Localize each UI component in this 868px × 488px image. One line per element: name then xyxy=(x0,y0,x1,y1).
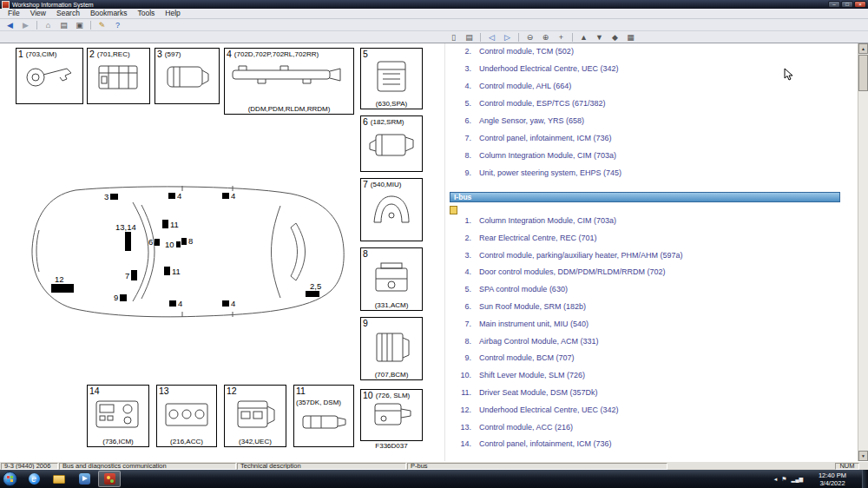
edit-icon[interactable]: ✎ xyxy=(95,20,108,30)
network-icon[interactable]: ▂▄▆ xyxy=(792,476,803,483)
up-icon[interactable]: ▲ xyxy=(577,32,590,43)
dsm-module-drawing xyxy=(299,407,348,437)
taskbar-item-media[interactable] xyxy=(73,471,95,487)
menu-view[interactable]: View xyxy=(25,9,51,18)
srm-module-drawing xyxy=(366,127,417,162)
component-box-dsm: 11(357DK, DSM) xyxy=(293,385,354,447)
menu-help[interactable]: Help xyxy=(160,9,185,18)
list-item: 7.Main instrument unit, MIU (540) xyxy=(457,320,683,337)
list-item: 1.Column Integration Module, CIM (703a) xyxy=(457,216,683,234)
car-marker: 4 xyxy=(168,192,181,200)
doc-prev-icon[interactable]: ▯ xyxy=(447,32,460,43)
box-label2: (707,BCM) xyxy=(361,371,422,379)
component-box-icm: 14 (736,ICM) xyxy=(87,385,149,447)
resize-grip[interactable] xyxy=(859,462,868,470)
list-item: 7.Control panel, infotainment, ICM (736) xyxy=(457,134,621,151)
browser-icon: e xyxy=(29,473,40,485)
ibus-list: 1.Column Integration Module, CIM (703a) … xyxy=(457,216,683,457)
minimize-button[interactable]: – xyxy=(828,1,840,8)
arrow-right-icon[interactable]: ▷ xyxy=(501,32,514,43)
toolbar-separator xyxy=(518,33,519,42)
box-label: (726, SLM) xyxy=(376,391,411,399)
taskbar-item-wis[interactable] xyxy=(98,471,121,487)
component-box-slm: 10(726, SLM) xyxy=(360,389,423,441)
forward-icon[interactable]: ▶ xyxy=(19,20,32,30)
workshop-information-system-window: Workshop Information System – □ × File V… xyxy=(0,0,868,488)
toolbar-separator xyxy=(480,33,481,42)
preview-icon[interactable]: ▣ xyxy=(73,20,86,30)
box-label2: (331,ACM) xyxy=(361,301,422,309)
menu-tools[interactable]: Tools xyxy=(132,9,160,18)
zoom-out-icon[interactable]: ⊖ xyxy=(523,32,536,43)
car-marker: 3 xyxy=(104,193,118,201)
box-label2: (DDM,PDM,RLDM,RRDM) xyxy=(225,105,353,113)
maximize-button[interactable]: □ xyxy=(841,1,853,8)
scrollbar-thumb[interactable] xyxy=(858,55,868,91)
car-marker: 12 xyxy=(55,275,74,293)
wis-app-icon xyxy=(104,473,115,485)
car-marker: 2,5 xyxy=(310,282,321,297)
box-number: 1 xyxy=(18,49,23,58)
arrow-left-icon[interactable]: ◁ xyxy=(485,32,498,43)
topic-icon[interactable] xyxy=(450,206,457,214)
status-spacer xyxy=(667,462,834,470)
home-icon[interactable]: ⌂ xyxy=(42,20,55,30)
menu-file[interactable]: File xyxy=(3,9,25,18)
box-number: 2 xyxy=(89,49,95,58)
component-box-acc: 13 (216,ACC) xyxy=(156,385,217,447)
clock-date: 3/4/2022 xyxy=(812,479,852,487)
app-icon xyxy=(2,1,10,9)
list-item: 5.Control module, ESP/TCS (671/382) xyxy=(457,99,621,116)
close-button[interactable]: × xyxy=(854,1,866,8)
toolbar-separator xyxy=(572,33,573,42)
box-number: 14 xyxy=(89,386,100,395)
component-box-srm: 6(182,SRM) xyxy=(360,115,423,172)
print-icon[interactable]: ▤ xyxy=(57,20,70,30)
list-item: 3.Underhood Electrical Centre, UEC (342) xyxy=(457,64,621,82)
scroll-down-icon[interactable]: ▼ xyxy=(858,451,868,461)
clock-time: 12:40 PM xyxy=(812,472,852,479)
list-item: 9.Unit, power steering system, EHPS (745… xyxy=(457,168,621,186)
titlebar[interactable]: Workshop Information System – □ × xyxy=(0,0,868,9)
statusbar: 9-3 (9440) 2006 Bus and diagnostics comm… xyxy=(0,461,868,470)
menu-search[interactable]: Search xyxy=(51,9,85,18)
taskbar-clock[interactable]: 12:40 PM 3/4/2022 xyxy=(812,472,852,487)
taskbar-item-browser[interactable]: e xyxy=(23,471,45,487)
box-label2: (630,SPA) xyxy=(361,100,422,108)
action-center-icon[interactable]: ⚑ xyxy=(781,476,786,483)
taskbar-item-explorer[interactable] xyxy=(48,471,70,487)
car-diagram: 3 4 4 13,14 11 6 10 8 7 11 12 9 4 4 2,5 xyxy=(22,178,352,326)
list-item: 2.Control module, TCM (502) xyxy=(457,47,621,64)
box-number: 3 xyxy=(157,49,162,58)
show-desktop-button[interactable] xyxy=(862,470,868,488)
system-tray: ◂ ⚑ ▂▄▆ 12:40 PM 3/4/2022 xyxy=(774,470,868,488)
zoom-in-icon[interactable]: ⊕ xyxy=(539,32,552,43)
list-item: 12.Underhood Electrical Centre, UEC (342… xyxy=(457,406,683,423)
component-box-uec: 12 (342,UEC) xyxy=(224,385,286,447)
car-marker: 7 xyxy=(125,270,137,280)
list-item: 11.Driver Seat Module, DSM (357Dk) xyxy=(457,388,683,406)
list-item: 2.Rear Electrical Centre, REC (701) xyxy=(457,234,683,251)
back-icon[interactable]: ◀ xyxy=(3,20,16,30)
help-icon[interactable]: ? xyxy=(111,20,124,30)
box-number: 13 xyxy=(159,386,169,395)
fusebox-drawing xyxy=(95,59,143,94)
scroll-up-icon[interactable]: ▲ xyxy=(858,43,868,54)
pin-icon[interactable]: ◆ xyxy=(608,32,621,43)
box-label: (701,REC) xyxy=(97,49,130,58)
tray-expand-icon[interactable]: ◂ xyxy=(774,476,778,483)
vertical-scrollbar[interactable]: ▲ ▼ xyxy=(858,43,868,461)
start-button[interactable] xyxy=(3,472,17,486)
acc-panel-drawing xyxy=(162,396,211,432)
box-label2: (342,UEC) xyxy=(225,438,286,445)
menu-bookmarks[interactable]: Bookmarks xyxy=(85,9,133,18)
status-vehicle: 9-3 (9440) 2006 xyxy=(1,463,58,470)
door-module-drawing xyxy=(228,59,350,89)
add-icon[interactable]: + xyxy=(555,32,568,43)
component-box-spa: 5 (630,SPA) xyxy=(360,48,423,109)
status-doctype: Technical description xyxy=(237,463,406,470)
properties-icon[interactable]: ▦ xyxy=(624,32,637,43)
spa-module-drawing xyxy=(368,59,415,96)
doc-next-icon[interactable]: ▤ xyxy=(463,32,476,43)
down-icon[interactable]: ▼ xyxy=(593,32,606,43)
